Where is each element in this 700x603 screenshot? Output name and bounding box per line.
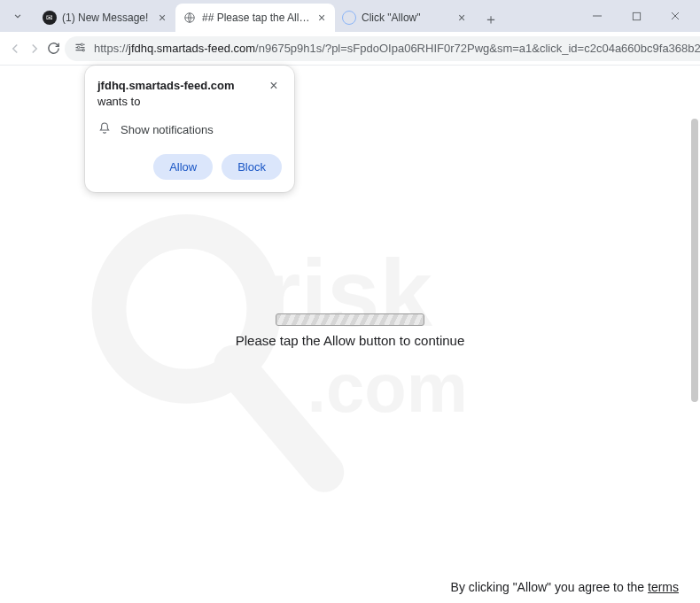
footer-terms: By clicking "Allow" you agree to the ter…: [451, 580, 679, 594]
tab-title: ## Please tap the Allow button: [202, 12, 310, 24]
close-icon[interactable]: ×: [315, 12, 328, 24]
envelope-icon: ✉: [43, 11, 57, 25]
scrollbar[interactable]: [691, 119, 698, 402]
close-icon[interactable]: ×: [156, 12, 168, 24]
terms-link[interactable]: terms: [648, 580, 679, 594]
loading-bar: [276, 313, 424, 326]
permission-site: jfdhq.smartads-feed.com: [97, 79, 235, 92]
block-button[interactable]: Block: [222, 154, 282, 180]
window-controls: [578, 4, 695, 28]
back-button[interactable]: [7, 36, 23, 61]
browser-titlebar: ✉ (1) New Message! × ## Please tap the A…: [0, 0, 700, 32]
close-window-button[interactable]: [656, 4, 695, 28]
permission-row: Show notifications: [97, 121, 282, 138]
svg-point-5: [81, 43, 83, 46]
bell-icon: [97, 121, 112, 138]
permission-notify-label: Show notifications: [121, 123, 214, 136]
address-bar[interactable]: https://jfdhq.smartads-feed.com/n9675p9h…: [65, 36, 700, 61]
svg-point-6: [77, 46, 80, 49]
close-icon[interactable]: ×: [455, 12, 468, 24]
caret-down-icon[interactable]: [5, 4, 30, 28]
url-path: /n9675p9h1s/?pl=sFpdoOIpa06RHIF0r72Pwg&s…: [255, 42, 700, 55]
svg-text:.com: .com: [307, 350, 467, 426]
close-icon[interactable]: ×: [266, 78, 282, 94]
tab-click-allow[interactable]: Click "Allow" ×: [335, 4, 475, 32]
tab-strip: ✉ (1) New Message! × ## Please tap the A…: [35, 0, 578, 32]
permission-wants-to: wants to: [97, 95, 140, 108]
svg-rect-2: [633, 12, 640, 19]
reload-button[interactable]: [46, 36, 61, 61]
url-domain: jfdhq.smartads-feed.com: [128, 42, 255, 55]
new-tab-button[interactable]: ＋: [478, 7, 503, 32]
globe-icon: [183, 11, 197, 25]
url-prefix: https://: [94, 42, 128, 55]
allow-button[interactable]: Allow: [153, 154, 213, 180]
tap-icon: [342, 11, 356, 25]
page-center: Please tap the Allow button to continue: [0, 313, 700, 348]
tab-please-tap-allow[interactable]: ## Please tap the Allow button ×: [175, 4, 335, 32]
permission-title: jfdhq.smartads-feed.com wants to: [97, 78, 257, 109]
notification-permission-dialog: jfdhq.smartads-feed.com wants to × Show …: [85, 66, 294, 192]
svg-point-13: [109, 231, 264, 386]
site-settings-icon[interactable]: [74, 41, 87, 57]
browser-toolbar: https://jfdhq.smartads-feed.com/n9675p9h…: [0, 32, 700, 66]
tab-title: Click "Allow": [362, 12, 450, 24]
tab-new-message[interactable]: ✉ (1) New Message! ×: [35, 4, 175, 32]
tab-title: (1) New Message!: [62, 12, 151, 24]
maximize-button[interactable]: [617, 4, 656, 28]
minimize-button[interactable]: [578, 4, 617, 28]
url-text: https://jfdhq.smartads-feed.com/n9675p9h…: [94, 42, 700, 55]
svg-line-14: [234, 365, 324, 472]
footer-prefix: By clicking "Allow" you agree to the: [451, 580, 648, 594]
permission-header: jfdhq.smartads-feed.com wants to ×: [97, 78, 282, 109]
forward-button[interactable]: [27, 36, 43, 61]
tap-allow-text: Please tap the Allow button to continue: [236, 333, 465, 348]
permission-actions: Allow Block: [97, 154, 282, 180]
